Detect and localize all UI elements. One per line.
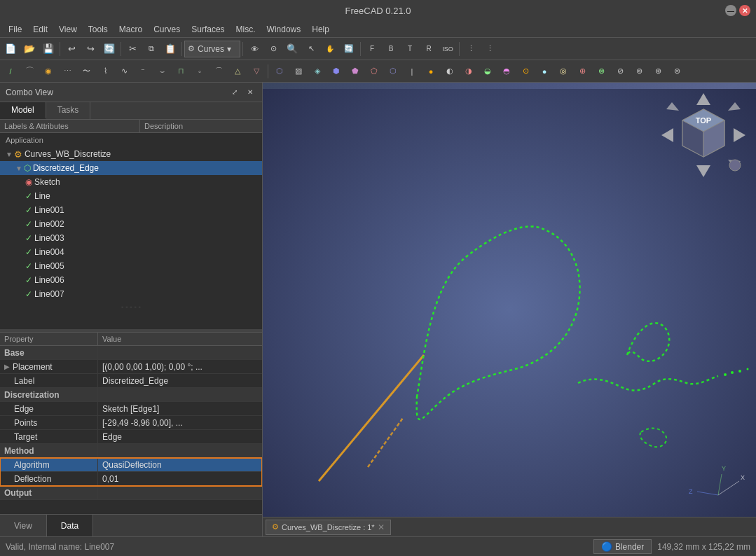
view-iso[interactable]: ISO: [439, 40, 457, 58]
curve-tool-13[interactable]: △: [228, 62, 247, 81]
menu-edit[interactable]: Edit: [27, 23, 53, 36]
prop-edge[interactable]: Edge Sketch [Edge1]: [0, 402, 262, 416]
cut-button[interactable]: ✂: [123, 40, 142, 58]
redo-button[interactable]: ↪: [81, 40, 99, 58]
more-tools-1[interactable]: ⋮: [462, 40, 480, 58]
blender-button[interactable]: 🔵 Blender: [593, 539, 652, 554]
orbit-button[interactable]: 🔄: [340, 40, 358, 58]
tree-item-curves-wb[interactable]: ▼ ⚙ Curves_WB_Discretize: [0, 147, 262, 161]
zoom-in-button[interactable]: 🔍: [283, 40, 301, 58]
surface-tool-2[interactable]: ▨: [289, 62, 308, 81]
tree-item-line004[interactable]: ✓ Line004: [0, 245, 262, 259]
surface-tool-14[interactable]: ⊙: [516, 62, 535, 81]
more-tools-2[interactable]: ⋮: [481, 40, 499, 58]
curve-tool-1[interactable]: /: [1, 62, 20, 81]
surface-tool-15[interactable]: ●: [535, 62, 554, 81]
tree-item-line007[interactable]: ✓ Line007: [0, 287, 262, 301]
view-front[interactable]: F: [363, 40, 381, 58]
undo-button[interactable]: ↩: [62, 40, 81, 58]
close-button[interactable]: ✕: [739, 5, 750, 16]
tree-item-line001[interactable]: ✓ Line001: [0, 203, 262, 217]
tree-item-line[interactable]: ✓ Line: [0, 189, 262, 203]
curve-tool-8[interactable]: ⁻: [134, 62, 152, 81]
tree-item-line005[interactable]: ✓ Line005: [0, 259, 262, 273]
tree-item-line006[interactable]: ✓ Line006: [0, 273, 262, 287]
curve-tool-6[interactable]: ⌇: [96, 62, 114, 81]
menu-curves[interactable]: Curves: [148, 23, 186, 36]
workbench-dropdown[interactable]: ⚙ Curves ▾: [184, 41, 240, 57]
surface-tool-19[interactable]: ⊘: [611, 62, 629, 81]
surface-tool-12[interactable]: ◒: [479, 62, 497, 81]
navigation-cube[interactable]: TOP: [658, 90, 749, 181]
view-top[interactable]: T: [401, 40, 419, 58]
viewport-tab-main[interactable]: ⚙ Curves_WB_Discretize : 1* ✕: [266, 520, 391, 535]
paste-button[interactable]: 📋: [161, 40, 179, 58]
zoom-fit-button[interactable]: ⊙: [264, 40, 282, 58]
menu-help[interactable]: Help: [306, 23, 335, 36]
surface-tool-20[interactable]: ⊚: [630, 62, 648, 81]
prop-deflection[interactable]: Deflection 0,01: [0, 472, 262, 486]
surface-tool-8[interactable]: |: [403, 62, 421, 81]
prop-points[interactable]: Points [-29,49 -8,96 0,00], ...: [0, 416, 262, 430]
curve-tool-9[interactable]: ⌣: [153, 62, 171, 81]
menu-windows[interactable]: Windows: [261, 23, 307, 36]
viewport-tab-close-icon[interactable]: ✕: [378, 522, 385, 532]
refresh-button[interactable]: 🔄: [100, 40, 118, 58]
curve-tool-10[interactable]: ⊓: [172, 62, 190, 81]
tree-item-line002[interactable]: ✓ Line002: [0, 217, 262, 231]
curve-tool-7[interactable]: ∿: [115, 62, 133, 81]
tree-item-line003[interactable]: ✓ Line003: [0, 231, 262, 245]
curve-tool-12[interactable]: ⌒: [209, 62, 228, 81]
surface-tool-13[interactable]: ◓: [497, 62, 516, 81]
surface-tool-22[interactable]: ⊜: [668, 62, 686, 81]
prop-placement[interactable]: ▶ Placement [(0,00 0,00 1,00); 0,00 °; .…: [0, 360, 262, 374]
prop-target[interactable]: Target Edge: [0, 430, 262, 444]
pan-button[interactable]: ✋: [321, 40, 339, 58]
prop-label[interactable]: Label Discretized_Edge: [0, 374, 262, 388]
select-button[interactable]: ↖: [302, 40, 320, 58]
surface-tool-6[interactable]: ⬠: [365, 62, 383, 81]
surface-tool-17[interactable]: ⊕: [573, 62, 591, 81]
surface-tool-18[interactable]: ⊗: [592, 62, 610, 81]
minimize-button[interactable]: —: [725, 5, 736, 16]
surface-tool-16[interactable]: ◎: [554, 62, 572, 81]
menu-macro[interactable]: Macro: [114, 23, 148, 36]
expand-button[interactable]: ⤢: [228, 86, 241, 99]
surface-tool-5[interactable]: ⬟: [346, 62, 364, 81]
menu-file[interactable]: File: [3, 23, 27, 36]
curve-tool-2[interactable]: ⌒: [20, 62, 39, 81]
surface-tool-7[interactable]: ⬡: [384, 62, 402, 81]
menu-view[interactable]: View: [53, 23, 83, 36]
surface-tool-4[interactable]: ⬢: [327, 62, 345, 81]
curve-tool-5[interactable]: 〜: [77, 62, 95, 81]
menu-surfaces[interactable]: Surfaces: [186, 23, 230, 36]
view3d-button[interactable]: 👁: [245, 40, 263, 58]
curve-tool-3[interactable]: ◉: [39, 62, 57, 81]
surface-tool-1[interactable]: ⬡: [270, 62, 289, 81]
surface-tool-10[interactable]: ◐: [441, 62, 459, 81]
prop-algorithm[interactable]: Algorithm QuasiDeflection: [0, 458, 262, 472]
tab-data[interactable]: Data: [47, 515, 93, 536]
surface-tool-11[interactable]: ◑: [460, 62, 478, 81]
tree-item-discretized-edge[interactable]: ▼ ⬡ Discretized_Edge: [0, 161, 262, 175]
tab-view[interactable]: View: [0, 515, 47, 536]
surface-tool-21[interactable]: ⊛: [649, 62, 667, 81]
menu-misc[interactable]: Misc.: [231, 23, 261, 36]
copy-button[interactable]: ⧉: [142, 40, 160, 58]
expand-placement-icon[interactable]: ▶: [4, 363, 10, 370]
view-back[interactable]: B: [382, 40, 400, 58]
menu-tools[interactable]: Tools: [83, 23, 114, 36]
curve-tool-4[interactable]: ⋯: [58, 62, 76, 81]
curve-tool-11[interactable]: ◦: [191, 62, 209, 81]
tab-model[interactable]: Model: [0, 102, 46, 119]
tab-tasks[interactable]: Tasks: [46, 102, 91, 119]
curve-tool-14[interactable]: ▽: [247, 62, 266, 81]
viewport-3d[interactable]: X Y Z: [263, 83, 756, 536]
close-panel-button[interactable]: ✕: [244, 86, 256, 99]
view-right[interactable]: R: [420, 40, 438, 58]
new-button[interactable]: 📄: [1, 40, 20, 58]
surface-tool-3[interactable]: ◈: [308, 62, 327, 81]
tree-item-sketch[interactable]: ◉ Sketch: [0, 175, 262, 189]
surface-tool-9[interactable]: ●: [422, 62, 440, 81]
open-button[interactable]: 📂: [20, 40, 39, 58]
